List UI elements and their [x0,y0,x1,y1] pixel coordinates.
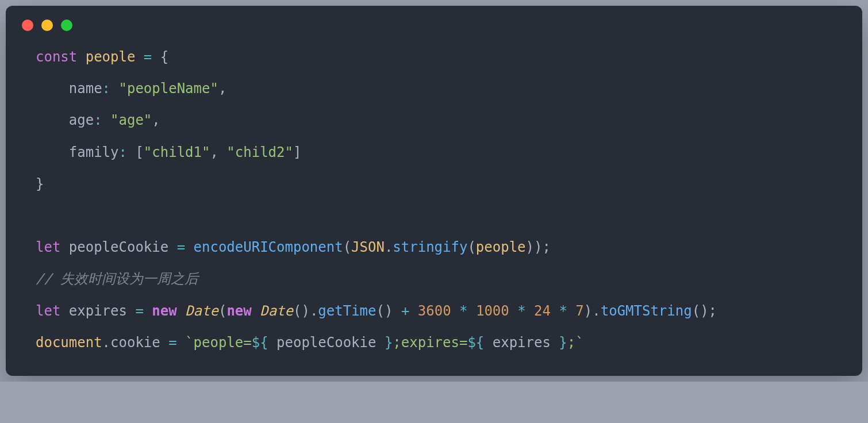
operator-mul: * [559,303,567,319]
brace-close: } [36,176,44,192]
dot: . [102,334,110,351]
indent [36,80,69,97]
operator-plus: + [401,303,409,319]
var-expires: expires [69,303,127,319]
operator-mul: * [459,303,467,319]
string-child2: "child2" [226,144,293,160]
operator-equals: = [135,303,143,319]
func-encodeuricomponent: encodeURIComponent [194,239,343,255]
comment: // 失效时间设为一周之后 [36,271,198,287]
var-document: document [36,334,102,351]
var-people: people [86,49,136,65]
code-line-10: document.cookie = `people=${ peopleCooki… [36,334,584,351]
string-peoplename: "peopleName" [119,80,218,97]
number-7: 7 [575,303,583,319]
dot: . [385,239,393,255]
code-line-3: age: "age", [36,112,160,128]
keyword-new: new [226,303,251,319]
interp-var-expires: expires [493,334,551,351]
interp-open: ${ [252,334,276,351]
keyword-const: const [36,49,77,65]
operator-mul: * [517,303,525,319]
paren-open: ( [692,303,700,319]
interp-close: } [376,334,393,351]
string-age: "age" [110,112,152,128]
number-1000: 1000 [476,303,509,319]
close-icon[interactable] [22,20,33,31]
colon: : [102,80,110,97]
keyword-let: let [36,303,60,319]
operator-equals: = [177,239,185,255]
paren-open: ( [343,239,351,255]
indent [36,144,69,160]
string-child1: "child1" [144,144,210,160]
paren-open: ( [467,239,475,255]
paren-close: ) [700,303,708,319]
code-line-5: } [36,176,44,192]
prop-cookie: cookie [110,334,160,351]
template-mid: ;expires= [393,334,467,351]
colon: : [94,112,102,128]
dot: . [310,303,318,319]
prop-name: name [69,80,102,97]
semicolon: ; [542,239,550,255]
indent [36,112,69,128]
code-line-8: // 失效时间设为一周之后 [36,271,198,287]
code-line-2: name: "peopleName", [36,80,226,97]
operator-equals: = [168,334,176,351]
minimize-icon[interactable] [41,20,53,31]
code-line-1: const people = { [36,49,168,65]
code-line-9: let expires = new Date(new Date().getTim… [36,303,717,319]
paren-open: ( [218,303,226,319]
colon: : [119,144,127,160]
paren-open: ( [293,303,301,319]
bracket-open: [ [135,144,143,160]
comma: , [152,112,160,128]
code-line-7: let peopleCookie = encodeURIComponent(JS… [36,239,551,255]
paren-close: ) [301,303,309,319]
code-line-4: family: ["child1", "child2"] [36,144,301,160]
template-open: `people= [185,334,252,351]
interp-close: } [551,334,567,351]
semicolon: ; [709,303,717,319]
var-json: JSON [351,239,385,255]
interp-open: ${ [467,334,492,351]
paren-close: ) [385,303,393,319]
template-end: ;` [567,334,584,351]
dot: . [592,303,600,319]
paren-close: ) [584,303,592,319]
code-block: const people = { name: "peopleName", age… [6,41,862,359]
arg-people: people [476,239,526,255]
number-24: 24 [534,303,551,319]
bracket-close: ] [293,144,301,160]
operator-equals: = [144,49,152,65]
code-window: const people = { name: "peopleName", age… [6,6,862,376]
class-date: Date [185,303,218,319]
interp-var-peoplecookie: peopleCookie [276,334,376,351]
class-date: Date [260,303,293,319]
maximize-icon[interactable] [61,20,72,31]
keyword-new: new [152,303,176,319]
func-togmtstring: toGMTString [601,303,692,319]
comma: , [218,80,226,97]
brace-open: { [160,49,168,65]
paren-open: ( [377,303,385,319]
paren-close: ) [534,239,542,255]
var-peoplecookie: peopleCookie [69,239,168,255]
comma: , [210,144,218,160]
number-3600: 3600 [418,303,451,319]
keyword-let: let [36,239,60,255]
prop-age: age [69,112,94,128]
prop-family: family [69,144,119,160]
window-titlebar [6,20,862,41]
func-gettime: getTime [318,303,376,319]
func-stringify: stringify [393,239,467,255]
paren-close: ) [526,239,534,255]
